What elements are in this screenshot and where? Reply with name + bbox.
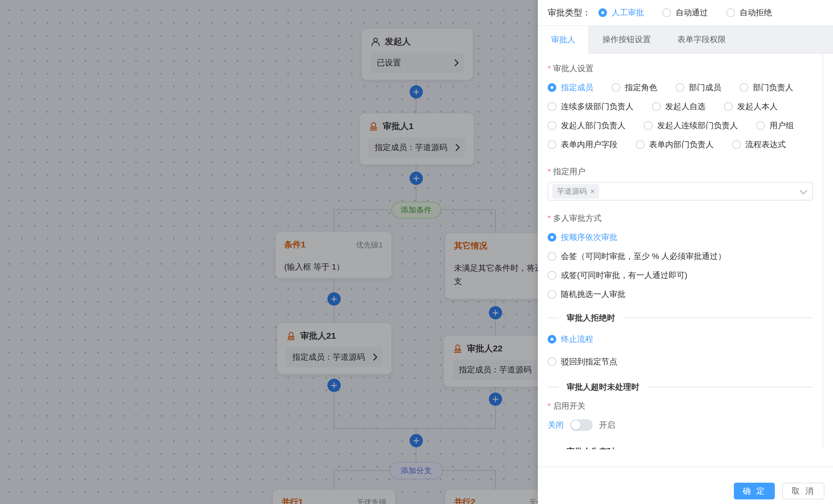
approval-type-label: 审批类型： (548, 7, 591, 19)
tag-close-icon[interactable]: × (590, 187, 595, 196)
approver-setting-label: * 审批人设置 (548, 63, 813, 74)
radio-icon (727, 8, 735, 17)
timeout-section-divider: 审批人超时未处理时 (548, 381, 813, 393)
assign-user-select[interactable]: 芋道源码 × (548, 182, 813, 200)
radio-countersign[interactable]: 会签（可同时审批，至少 % 人必须审批通过） (548, 251, 813, 262)
radio-icon (740, 83, 748, 92)
radio-icon (675, 83, 684, 92)
radio-icon (548, 102, 556, 111)
toggle-knob (571, 421, 580, 430)
radio-sequential-approve[interactable]: 按顺序依次审批 (548, 231, 813, 243)
radio-icon (652, 102, 661, 111)
radio-initiator-dept-leader[interactable]: 发起人部门负责人 (548, 120, 625, 131)
radio-checked-icon (548, 83, 556, 92)
radio-icon (662, 8, 671, 17)
radio-checked-icon (598, 8, 607, 17)
timeout-switch-row: 关闭 开启 (548, 419, 813, 431)
tab-approver[interactable]: 审批人 (538, 26, 589, 54)
drawer-footer: 确 定 取 消 (538, 467, 833, 504)
tab-form-field-permissions[interactable]: 表单字段权限 (664, 26, 739, 53)
empty-section-title: 审批人为空时 (567, 446, 615, 449)
radio-form-dept-leader[interactable]: 表单内部门负责人 (636, 139, 714, 150)
confirm-button[interactable]: 确 定 (734, 483, 775, 499)
radio-icon (548, 140, 556, 149)
switch-off-label: 关闭 (548, 420, 564, 431)
radio-checked-icon (548, 233, 556, 242)
radio-manual-approve[interactable]: 人工审批 (598, 7, 644, 18)
enable-switch-label: * 启用开关 (548, 400, 813, 412)
reject-section-divider: 审批人拒绝时 (548, 312, 813, 324)
approval-type-row: 审批类型： 人工审批 自动通过 自动拒绝 (538, 0, 833, 25)
switch-on-label: 开启 (599, 420, 615, 431)
radio-icon (548, 271, 556, 280)
tab-operation-buttons[interactable]: 操作按钮设置 (589, 26, 664, 53)
radio-form-user-field[interactable]: 表单内用户字段 (548, 139, 617, 150)
radio-dept-member[interactable]: 部门成员 (675, 82, 721, 93)
chevron-down-icon (800, 186, 807, 194)
radio-checked-icon (548, 335, 556, 344)
multi-approve-radio-group: 按顺序依次审批 会签（可同时审批，至少 % 人必须审批通过） 或签(可同时审批，… (548, 231, 813, 300)
radio-orsign[interactable]: 或签(可同时审批，有一人通过即可) (548, 270, 813, 281)
radio-initiator-multi-dept-leader[interactable]: 发起人连续部门负责人 (644, 120, 738, 131)
radio-icon (756, 121, 765, 130)
approver-settings-drawer: 审批类型： 人工审批 自动通过 自动拒绝 审批人 操作按钮设置 表单字段权限 (538, 0, 833, 504)
approval-type-radio-group: 人工审批 自动通过 自动拒绝 (598, 7, 772, 18)
radio-auto-pass[interactable]: 自动通过 (662, 7, 708, 18)
radio-icon (548, 357, 556, 366)
assign-user-label: * 指定用户 (548, 166, 813, 177)
approver-setting-row3: 发起人部门负责人 发起人连续部门负责人 用户组 (548, 120, 813, 131)
radio-random-one[interactable]: 随机挑选一人审批 (548, 288, 813, 300)
approver-setting-row4: 表单内用户字段 表单内部门负责人 流程表达式 (548, 139, 813, 150)
required-mark: * (548, 64, 551, 73)
radio-icon (548, 121, 556, 130)
radio-icon (548, 252, 556, 261)
approver-setting-row1: 指定成员 指定角色 部门成员 部门负责人 (548, 82, 813, 93)
approver-setting-row2: 连续多级部门负责人 发起人自选 发起人本人 (548, 101, 813, 112)
radio-process-expression[interactable]: 流程表达式 (732, 139, 786, 150)
radio-auto-reject[interactable]: 自动拒绝 (727, 7, 772, 18)
approval-flow-designer: 发起人 已设置 + 审批人1 指定成员：芋道源码 (0, 0, 833, 504)
cancel-button[interactable]: 取 消 (782, 483, 824, 499)
radio-assigned-member[interactable]: 指定成员 (548, 82, 593, 93)
required-mark: * (548, 214, 551, 223)
radio-user-group[interactable]: 用户组 (756, 120, 794, 131)
empty-section-divider: 审批人为空时 (548, 446, 813, 449)
radio-terminate-process[interactable]: 终止流程 (548, 333, 813, 345)
radio-icon (548, 290, 556, 299)
radio-multi-level-dept-leader[interactable]: 连续多级部门负责人 (548, 101, 634, 112)
reject-radio-group: 终止流程 驳回到指定节点 (548, 333, 813, 368)
radio-icon (732, 140, 741, 149)
required-mark: * (548, 401, 551, 411)
radio-return-to-node[interactable]: 驳回到指定节点 (548, 356, 813, 368)
radio-dept-leader[interactable]: 部门负责人 (740, 82, 793, 93)
radio-assigned-role[interactable]: 指定角色 (612, 82, 657, 93)
radio-initiator-self[interactable]: 发起人本人 (724, 101, 778, 112)
radio-icon (636, 140, 644, 149)
reject-section-title: 审批人拒绝时 (567, 312, 615, 323)
timeout-section-title: 审批人超时未处理时 (567, 382, 639, 393)
timeout-enable-toggle[interactable] (570, 419, 593, 431)
settings-tabs: 审批人 操作按钮设置 表单字段权限 (538, 25, 833, 54)
selected-user-tag[interactable]: 芋道源码 × (552, 184, 599, 199)
radio-icon (724, 102, 733, 111)
radio-icon (612, 83, 620, 92)
multi-approve-label: * 多人审批方式 (548, 212, 813, 224)
selected-user-name: 芋道源码 (557, 186, 587, 196)
required-mark: * (548, 167, 551, 176)
tab-panel-approver[interactable]: * 审批人设置 指定成员 指定角色 部门成员 部门负责人 (538, 53, 823, 449)
radio-initiator-choose[interactable]: 发起人自选 (652, 101, 706, 112)
radio-icon (644, 121, 652, 130)
